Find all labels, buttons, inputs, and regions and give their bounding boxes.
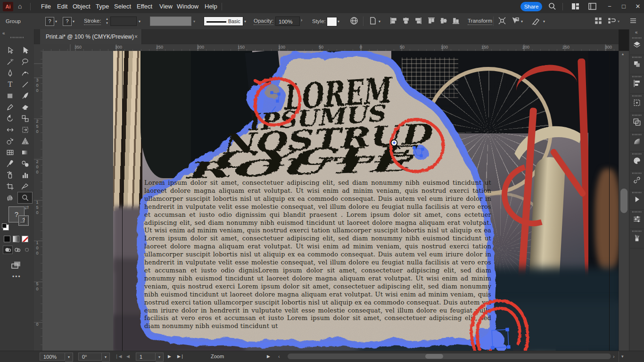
last-artboard-icon[interactable]: ▶❘ [177,353,184,361]
fill-color-button[interactable]: ? [45,17,54,26]
search-icon[interactable] [548,2,556,12]
align-center-icon[interactable] [402,16,411,26]
align-middle-icon[interactable] [439,16,449,26]
opacity-label[interactable]: Opacity: [254,17,273,25]
align-bottom-icon[interactable] [452,16,461,26]
screen-mode-icon[interactable] [10,260,22,272]
free-transform-tool[interactable] [18,124,32,135]
paintbrush-tool[interactable] [18,90,32,101]
eyedropper-tool[interactable] [3,158,17,169]
close-tab-icon[interactable]: × [134,29,138,44]
menu-window[interactable]: Window [176,0,199,13]
align-panel-button[interactable] [630,74,644,94]
restore-button[interactable]: □ [617,0,631,13]
collapse-dock-icon[interactable]: « [635,30,638,35]
chevron-down-icon[interactable]: ▾ [73,19,74,24]
paragraph-settings-icon[interactable] [607,16,617,26]
stroke-color-proxy[interactable]: ? [19,216,28,225]
share-button[interactable]: Share [520,2,542,11]
menu-view[interactable]: View [159,0,173,13]
globe-icon[interactable] [350,16,359,26]
stroke-color-button[interactable]: ? [63,17,72,26]
vertical-ruler[interactable]: 300 250 200 150 100 50 0 [34,51,43,351]
eraser-tool[interactable] [18,102,32,113]
menu-file[interactable]: File [41,0,51,13]
layers-panel-button[interactable] [630,36,644,55]
actions-panel-button[interactable] [630,190,644,210]
artboard-number-field[interactable]: 1 [136,353,156,361]
type-tool[interactable]: T [3,79,17,90]
rotate-tool[interactable] [3,113,17,124]
status-expand-icon[interactable]: ▶ [267,353,270,361]
arrange-icon[interactable] [594,16,603,26]
rotation-field[interactable]: 0° [78,353,102,361]
swap-fill-stroke-icon[interactable]: ⇄ [25,205,29,211]
artboard-dropdown-icon[interactable]: ▾ [156,353,164,362]
workspace-icon[interactable] [588,3,596,12]
opacity-field[interactable]: 100% [275,16,300,26]
transform-panel-button[interactable] [630,94,644,113]
menu-select[interactable]: Select [114,0,132,13]
vertical-scroll-thumb[interactable] [620,189,627,213]
isolate-selection-icon[interactable] [498,16,507,26]
stroke-label[interactable]: Stroke: [84,17,101,25]
vertical-scrollbar[interactable]: ▴ ▾ [619,51,629,356]
stroke-weight-field[interactable] [110,16,137,26]
menu-type[interactable]: Type [95,0,109,13]
shape-builder-tool[interactable] [3,136,17,147]
column-graph-tool[interactable] [18,170,32,181]
chevron-down-icon[interactable]: ▾ [139,19,140,24]
lasso-tool[interactable] [18,57,32,67]
select-similar-icon[interactable] [511,16,520,26]
rotation-dropdown-icon[interactable]: ▾ [102,353,110,362]
chevron-down-icon[interactable]: ▾ [379,19,380,24]
arrange-documents-icon[interactable] [571,3,579,12]
panel-menu-icon[interactable] [629,16,638,26]
swatches-panel-button[interactable] [630,152,644,171]
graphic-style-swatch[interactable] [327,17,337,26]
mesh-tool[interactable] [3,147,17,158]
recolor-artwork-icon[interactable] [532,16,541,26]
menu-object[interactable]: Object [72,0,91,13]
direct-selection-tool[interactable] [3,45,17,56]
transform-link[interactable]: Transform [468,17,492,25]
align-left-icon[interactable] [389,16,399,26]
collapse-panel-icon[interactable]: « [2,31,5,36]
blend-tool[interactable] [18,158,32,169]
scroll-right-icon[interactable]: › [613,353,615,361]
menu-help[interactable]: Help [204,0,218,13]
close-button[interactable]: ✕ [631,0,644,13]
chevron-down-icon[interactable]: ▾ [543,19,545,24]
perspective-grid-tool[interactable] [18,136,32,147]
home-icon[interactable]: ⌂ [18,2,22,10]
horizontal-scroll-thumb[interactable] [425,354,443,359]
curvature-tool[interactable] [18,68,32,79]
document-tab[interactable]: Print.ai* @ 100 % (CMYK/Preview) × [40,29,142,44]
scale-tool[interactable] [18,113,32,124]
brushes-panel-button[interactable] [630,229,644,248]
stroke-style-dropdown[interactable]: Basic [204,16,243,26]
symbol-sprayer-tool[interactable] [3,170,17,181]
document-setup-icon[interactable] [369,16,378,26]
artboards-panel-button[interactable] [630,113,644,132]
chevron-down-icon[interactable]: ▾ [338,19,339,24]
pencil-tool[interactable] [3,102,17,113]
links-panel-button[interactable] [630,171,644,190]
opacity-arrow-icon[interactable]: › [301,17,302,23]
zoom-tool[interactable] [18,192,32,203]
none-swatch-button[interactable] [22,236,28,242]
body-copy-text[interactable]: Lorem ipsum dolor sit amet, consectetuer… [144,179,491,331]
magic-wand-tool[interactable] [3,57,17,67]
pen-tool[interactable] [3,68,17,79]
ruler-corner[interactable] [34,44,43,51]
menu-edit[interactable]: Edit [57,0,68,13]
image-trace-panel-button[interactable] [630,210,644,229]
draw-normal-button[interactable] [3,246,12,254]
app-logo-icon[interactable]: Ai [3,2,13,11]
more-tools-icon[interactable]: ••• [12,273,21,280]
chevron-down-icon[interactable]: ▾ [244,19,246,24]
align-right-icon[interactable] [414,16,423,26]
menu-effect[interactable]: Effect [136,0,153,13]
align-top-icon[interactable] [427,16,437,26]
panel-grip[interactable] [10,37,24,38]
